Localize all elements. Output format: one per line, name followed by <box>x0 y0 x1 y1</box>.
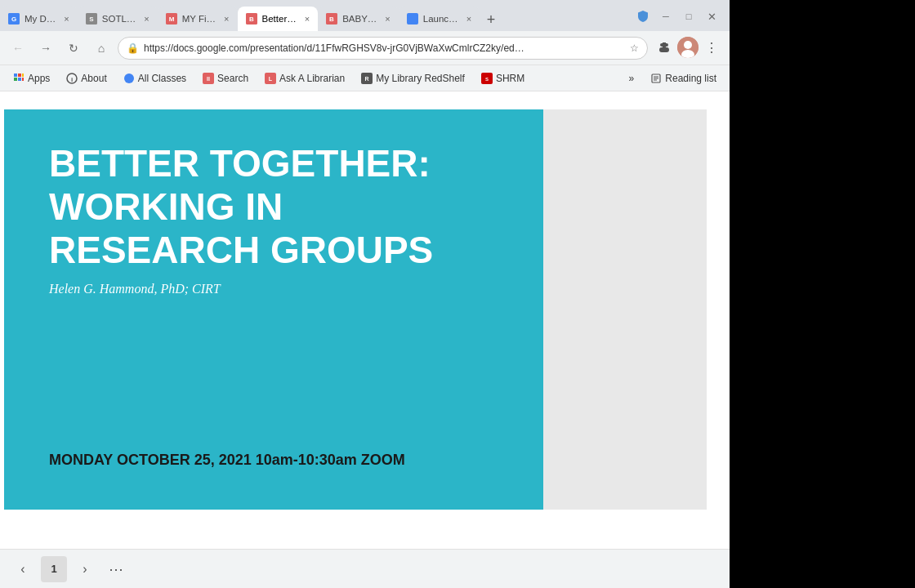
slide-author: Helen G. Hammond, PhD; CIRT <box>49 282 511 296</box>
address-bar: ← → ↻ ⌂ 🔒 https://docs.google.com/presen… <box>0 31 730 65</box>
bookmark-librarian[interactable]: L Ask A Librarian <box>258 70 351 87</box>
svg-text:R: R <box>365 76 369 82</box>
slide-title-line3: RESEARCH GROUPS <box>49 229 433 271</box>
tab-4-label: Better… <box>262 14 297 24</box>
search-bookmark-icon: II <box>203 73 214 84</box>
tab-5-close[interactable]: × <box>382 14 390 24</box>
apps-icon <box>13 73 25 84</box>
slide-date: MONDAY OCTOBER 25, 2021 10am-10:30am ZOO… <box>49 452 511 469</box>
reading-list-icon <box>650 73 662 84</box>
bookmark-all-classes-label: All Classes <box>138 73 186 84</box>
tab-6-close[interactable]: × <box>463 14 471 24</box>
lock-icon: 🔒 <box>127 42 139 54</box>
tab-my-docs[interactable]: G My D… × <box>0 7 78 31</box>
svg-text:G: G <box>11 16 16 23</box>
bookmark-all-classes[interactable]: All Classes <box>117 70 193 87</box>
svg-rect-16 <box>22 74 24 77</box>
account-avatar[interactable] <box>677 37 699 58</box>
tab-my-files[interactable]: M MY Fi… × <box>158 7 238 31</box>
svg-rect-15 <box>18 74 21 77</box>
browser-window: G My D… × S SOTL… × M MY Fi… × B Better… <box>0 0 730 588</box>
slide-title-line1: BETTER TOGETHER: <box>49 142 431 185</box>
svg-text:S: S <box>485 77 489 82</box>
extensions-button[interactable] <box>653 37 676 60</box>
profile-shield[interactable] <box>632 5 654 28</box>
bookmarks-more-area: » Reading list <box>623 70 723 87</box>
bookmark-shrm-label: SHRM <box>496 73 524 84</box>
svg-rect-17 <box>14 78 17 81</box>
close-browser-button[interactable]: ✕ <box>700 5 723 28</box>
slide-menu-icon: ⋯ <box>109 560 123 578</box>
tab-6-label: Launc… <box>423 14 458 24</box>
svg-text:II: II <box>207 76 210 82</box>
tab-2-close[interactable]: × <box>141 14 149 24</box>
svg-point-22 <box>124 74 134 83</box>
new-tab-button[interactable]: + <box>480 8 502 31</box>
about-icon: i <box>66 73 78 84</box>
home-button[interactable]: ⌂ <box>90 37 113 60</box>
back-button[interactable]: ← <box>7 37 29 60</box>
bookmark-star-icon[interactable]: ☆ <box>630 42 639 54</box>
svg-text:M: M <box>168 16 174 23</box>
bookmarks-more-button[interactable]: » <box>623 70 641 87</box>
bookmarks-more-label: » <box>629 73 635 84</box>
svg-text:S: S <box>89 16 94 23</box>
tab-1-close[interactable]: × <box>60 14 69 24</box>
prev-slide-icon: ‹ <box>20 562 25 577</box>
bookmark-apps-label: Apps <box>28 73 50 84</box>
library-icon: R <box>361 73 373 84</box>
bookmark-shrm[interactable]: S SHRM <box>475 70 531 87</box>
slide-title-line2: WORKING IN <box>49 185 283 228</box>
tab-bar-right: ─ □ ✕ <box>632 5 730 31</box>
slide-container: BETTER TOGETHER: WORKING IN RESEARCH GRO… <box>4 109 707 510</box>
slide-menu-button[interactable]: ⋯ <box>103 556 129 582</box>
bookmarks-bar: Apps i About All Classes II Search L Ask… <box>0 65 730 91</box>
bookmark-search[interactable]: II Search <box>196 70 255 87</box>
bookmark-librarian-label: Ask A Librarian <box>279 73 345 84</box>
svg-text:B: B <box>249 16 254 23</box>
url-bar[interactable]: 🔒 https://docs.google.com/presentation/d… <box>118 37 648 60</box>
tab-sotl[interactable]: S SOTL… × <box>78 7 158 31</box>
svg-rect-19 <box>22 78 24 81</box>
reload-button[interactable]: ↻ <box>62 37 85 60</box>
classes-icon <box>123 73 135 84</box>
minimize-button[interactable]: ─ <box>654 5 677 28</box>
slide-title: BETTER TOGETHER: WORKING IN RESEARCH GRO… <box>49 142 511 272</box>
tab-baby[interactable]: B BABY… × <box>318 7 399 31</box>
prev-slide-button[interactable]: ‹ <box>10 556 36 582</box>
maximize-button[interactable]: □ <box>677 5 700 28</box>
reading-list-label: Reading list <box>665 73 716 84</box>
bookmark-search-label: Search <box>217 73 248 84</box>
svg-rect-18 <box>18 78 21 81</box>
tab-4-close[interactable]: × <box>301 14 310 24</box>
next-slide-button[interactable]: › <box>72 556 98 582</box>
tab-launch[interactable]: Launc… × <box>399 7 480 31</box>
reading-list-button[interactable]: Reading list <box>644 70 723 87</box>
tab-3-close[interactable]: × <box>221 14 229 24</box>
bookmark-library-label: My Library RedShelf <box>376 73 465 84</box>
tab-better[interactable]: B Better… × <box>238 7 319 31</box>
svg-point-10 <box>408 14 417 24</box>
librarian-icon: L <box>265 73 276 84</box>
bookmark-apps[interactable]: Apps <box>7 70 56 87</box>
shrm-icon: S <box>481 73 493 84</box>
slide-main-panel: BETTER TOGETHER: WORKING IN RESEARCH GRO… <box>4 109 543 510</box>
slide-wrapper: BETTER TOGETHER: WORKING IN RESEARCH GRO… <box>0 109 730 510</box>
forward-button[interactable]: → <box>34 37 57 60</box>
chrome-menu-button[interactable]: ⋮ <box>700 37 723 60</box>
slide-page-number: 1 <box>41 556 67 582</box>
tab-3-label: MY Fi… <box>182 14 216 24</box>
black-sidebar <box>730 0 915 588</box>
page-content: BETTER TOGETHER: WORKING IN RESEARCH GRO… <box>0 91 730 588</box>
tab-1-label: My D… <box>25 14 56 24</box>
bookmark-library-redshelf[interactable]: R My Library RedShelf <box>355 70 471 87</box>
svg-text:B: B <box>329 16 334 23</box>
svg-text:i: i <box>71 76 73 83</box>
svg-point-12 <box>684 41 692 49</box>
tab-5-label: BABY… <box>342 14 377 24</box>
tab-2-label: SOTL… <box>102 14 136 24</box>
toolbar-right: ⋮ <box>653 37 723 60</box>
bookmark-about-label: About <box>81 73 106 84</box>
bookmark-about[interactable]: i About <box>60 70 113 87</box>
slide-content-top: BETTER TOGETHER: WORKING IN RESEARCH GRO… <box>49 142 511 296</box>
